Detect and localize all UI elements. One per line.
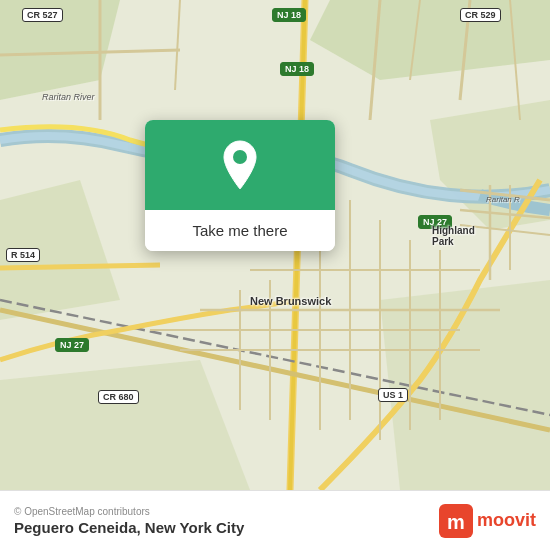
label-highland-park: HighlandPark: [432, 225, 475, 247]
moovit-logo: m moovit: [439, 504, 536, 538]
bottom-left: © OpenStreetMap contributors Peguero Cen…: [14, 506, 244, 536]
badge-cr514: R 514: [6, 248, 40, 262]
label-raritan-r-right: Raritan R: [486, 195, 520, 204]
badge-nj18-top: NJ 18: [272, 8, 306, 22]
map-container: CR 527 NJ 18 NJ 18 NJ 27 NJ 27 CR 680 US…: [0, 0, 550, 490]
popup-card: Take me there: [145, 120, 335, 251]
badge-nj27-left: NJ 27: [55, 338, 89, 352]
popup-top-green: [145, 120, 335, 210]
moovit-text: moovit: [477, 510, 536, 531]
moovit-icon: m: [439, 504, 473, 538]
badge-cr680: CR 680: [98, 390, 139, 404]
take-me-there-button[interactable]: Take me there: [145, 210, 335, 251]
badge-nj18-mid: NJ 18: [280, 62, 314, 76]
badge-us1: US 1: [378, 388, 408, 402]
svg-text:m: m: [447, 511, 465, 533]
svg-point-35: [233, 150, 247, 164]
attribution-text: © OpenStreetMap contributors: [14, 506, 244, 517]
label-new-brunswick: New Brunswick: [250, 295, 331, 307]
label-raritan-river: Raritan River: [42, 92, 95, 102]
svg-line-27: [0, 265, 160, 268]
location-pin-icon: [218, 139, 262, 191]
badge-cr529: CR 529: [460, 8, 501, 22]
bottom-bar: © OpenStreetMap contributors Peguero Cen…: [0, 490, 550, 550]
badge-cr527: CR 527: [22, 8, 63, 22]
location-name: Peguero Ceneida, New York City: [14, 519, 244, 536]
